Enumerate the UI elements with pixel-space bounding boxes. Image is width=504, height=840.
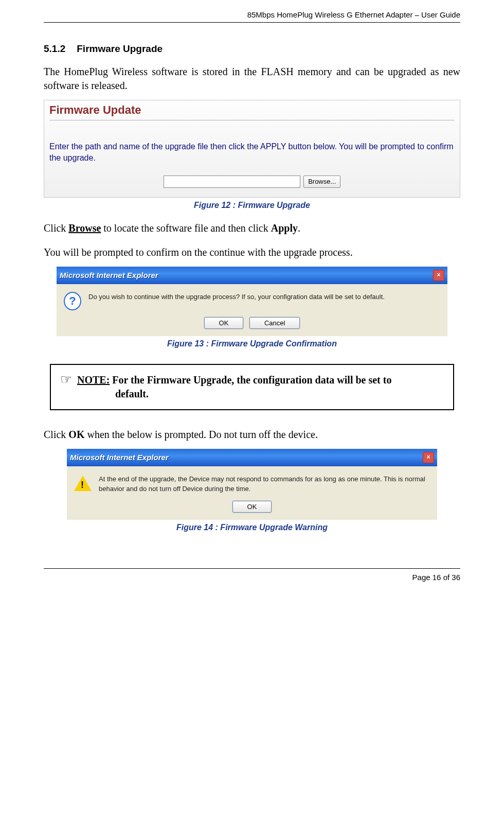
note-label: NOTE: — [77, 374, 110, 386]
header-divider — [44, 22, 460, 23]
dialog-button-row: OK Cancel — [57, 317, 447, 336]
figure-13-caption: Figure 13 : Firmware Upgrade Confirmatio… — [44, 339, 460, 348]
confirmation-dialog: Microsoft Internet Explorer × ? Do you w… — [57, 267, 447, 336]
ok-word: OK — [68, 429, 84, 440]
warning-dialog: Microsoft Internet Explorer × At the end… — [67, 449, 437, 520]
close-icon[interactable]: × — [433, 270, 444, 281]
figure-14-caption: Figure 14 : Firmware Upgrade Warning — [44, 523, 460, 532]
text-fragment: when the below is prompted. Do not turn … — [84, 429, 317, 440]
text-fragment: . — [298, 222, 300, 234]
firmware-file-input[interactable] — [164, 176, 300, 188]
note-box: ☞ NOTE: For the Firmware Upgrade, the co… — [50, 364, 454, 410]
firmware-panel-title: Firmware Update — [49, 103, 455, 117]
ok-button[interactable]: OK — [204, 317, 244, 329]
intro-paragraph: The HomePlug Wireless software is stored… — [44, 65, 460, 93]
section-title: Firmware Upgrade — [77, 43, 163, 54]
click-ok-paragraph: Click OK when the below is prompted. Do … — [44, 428, 460, 442]
ok-button[interactable]: OK — [232, 501, 272, 513]
figure-12-caption: Figure 12 : Firmware Upgrade — [44, 201, 460, 210]
firmware-panel-description: Enter the path and name of the upgrade f… — [49, 141, 455, 164]
text-fragment: Click — [44, 429, 68, 440]
text-fragment: to locate the software file and then cli… — [101, 222, 271, 234]
footer-divider — [44, 568, 460, 569]
dialog-message: At the end of the upgrade, the Device ma… — [99, 475, 430, 494]
apply-word: Apply — [271, 222, 298, 234]
dialog-title: Microsoft Internet Explorer — [60, 271, 433, 279]
note-content: NOTE: For the Firmware Upgrade, the conf… — [77, 373, 391, 401]
note-text-line2: default. — [77, 387, 391, 401]
question-icon: ? — [64, 292, 81, 310]
click-browse-paragraph: Click Browse to locate the software file… — [44, 221, 460, 235]
browse-word: Browse — [68, 222, 101, 234]
dialog-titlebar: Microsoft Internet Explorer × — [67, 449, 437, 466]
close-icon[interactable]: × — [423, 452, 434, 463]
firmware-update-panel: Firmware Update Enter the path and name … — [44, 100, 460, 198]
section-heading: 5.1.2Firmware Upgrade — [44, 43, 460, 55]
pointing-hand-icon: ☞ — [60, 373, 72, 401]
text-fragment: Click — [44, 222, 68, 234]
dialog-message: Do you wish to continue with the upgrade… — [88, 292, 440, 302]
section-number: 5.1.2 — [44, 43, 65, 55]
firmware-panel-divider — [49, 120, 455, 120]
cancel-button[interactable]: Cancel — [249, 317, 300, 329]
browse-button[interactable]: Browse... — [303, 176, 340, 188]
page-header-title: 85Mbps HomePlug Wireless G Ethernet Adap… — [44, 10, 460, 19]
dialog-button-row: OK — [67, 501, 437, 520]
page-number: Page 16 of 36 — [44, 573, 460, 582]
dialog-titlebar: Microsoft Internet Explorer × — [57, 267, 447, 284]
dialog-title: Microsoft Internet Explorer — [70, 453, 423, 462]
note-text-line1: For the Firmware Upgrade, the configurat… — [110, 374, 391, 386]
warning-icon — [74, 475, 92, 492]
prompt-confirm-paragraph: You will be prompted to confirm on the c… — [44, 246, 460, 259]
firmware-file-row: Browse... — [49, 176, 455, 188]
